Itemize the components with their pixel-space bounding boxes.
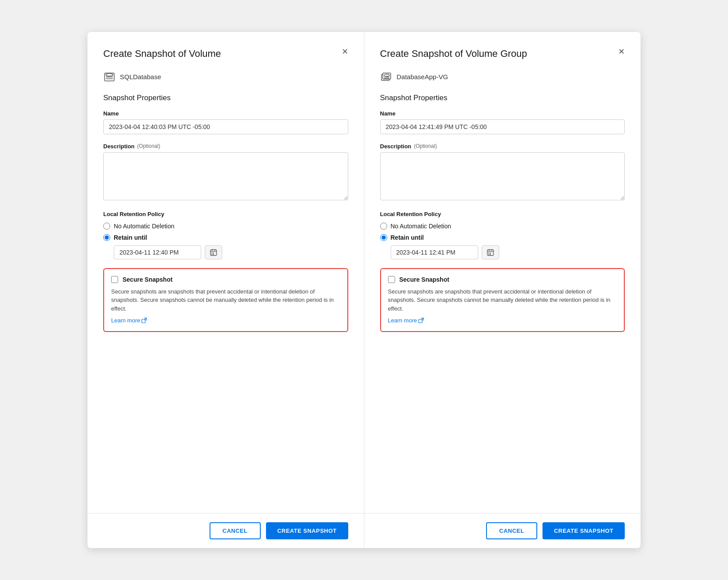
dialog-volume-no-deletion-option[interactable]: No Automatic Deletion <box>103 223 348 230</box>
dialog-volume-no-deletion-label: No Automatic Deletion <box>114 223 175 230</box>
dialog-volume-title: Create Snapshot of Volume <box>103 48 342 60</box>
dialog-volume-group-retain-until-label: Retain until <box>391 234 424 241</box>
dialog-volume-description-label: Description (Optional) <box>103 143 348 150</box>
dialog-volume-header: Create Snapshot of Volume ✕ <box>103 48 348 60</box>
dialog-volume-group-retention-section: Local Retention Policy No Automatic Dele… <box>380 211 625 259</box>
dialog-volume-group-date-row <box>391 245 625 259</box>
svg-rect-10 <box>212 254 213 255</box>
dialog-volume-resource-name: SQLDatabase <box>120 73 161 80</box>
dialog-volume-group-secure-snapshot-desc: Secure snapshots are snapshots that prev… <box>388 287 617 313</box>
calendar-icon <box>210 248 217 256</box>
dialog-volume-description-input[interactable] <box>103 152 348 200</box>
dialog-volume-resource-row: SQLDatabase <box>103 71 348 83</box>
dialog-volume-secure-snapshot-title: Secure Snapshot <box>122 276 172 283</box>
dialog-volume-group-resource-name: DatabaseApp-VG <box>397 73 448 80</box>
dialog-volume-secure-snapshot-desc: Secure snapshots are snapshots that prev… <box>111 287 340 313</box>
volume-group-icon <box>380 71 392 83</box>
dialog-volume-retain-until-option[interactable]: Retain until <box>103 234 348 241</box>
dialog-volume-learn-more-link[interactable]: Learn more <box>111 317 147 324</box>
dialog-volume-cancel-button[interactable]: CANCEL <box>210 522 261 539</box>
dialog-volume-group-description-group: Description (Optional) <box>380 143 625 202</box>
dialog-volume-group-secure-snapshot-title: Secure Snapshot <box>399 276 449 283</box>
svg-rect-24 <box>490 252 491 253</box>
svg-rect-11 <box>213 254 214 255</box>
dialog-volume-secure-snapshot-checkbox[interactable] <box>111 276 118 283</box>
dialog-volume-group-retention-title: Local Retention Policy <box>380 211 625 217</box>
dialog-volume-name-group: Name <box>103 110 348 134</box>
dialog-volume-group-retain-until-radio[interactable] <box>380 234 387 241</box>
dialog-volume-group-create-button[interactable]: CREATE SNAPSHOT <box>542 522 625 539</box>
svg-rect-23 <box>488 252 489 253</box>
dialog-volume-group-name-label: Name <box>380 110 625 117</box>
dialog-volume-group-name-input[interactable] <box>380 119 625 134</box>
dialog-volume-calendar-button[interactable] <box>205 245 222 259</box>
dialog-volume-group-description-input[interactable] <box>380 152 625 200</box>
dialog-volume-group-no-deletion-label: No Automatic Deletion <box>391 223 452 230</box>
svg-point-1 <box>106 73 113 76</box>
dialog-volume-retention-title: Local Retention Policy <box>103 211 348 217</box>
dialog-volume-group-footer: CANCEL CREATE SNAPSHOT <box>364 513 641 548</box>
dialog-volume-group-cancel-button[interactable]: CANCEL <box>486 522 537 539</box>
dialog-volume-date-row <box>114 245 348 259</box>
dialog-volume-close-button[interactable]: ✕ <box>342 48 348 56</box>
external-link-icon-2 <box>418 318 424 323</box>
external-link-icon <box>141 318 147 323</box>
dialog-volume-group-header: Create Snapshot of Volume Group ✕ <box>380 48 625 60</box>
dialog-volume-section-title: Snapshot Properties <box>103 94 348 102</box>
dialog-volume-name-input[interactable] <box>103 119 348 134</box>
dialog-volume-retain-until-radio[interactable] <box>103 234 110 241</box>
dialog-volume-description-group: Description (Optional) <box>103 143 348 202</box>
dialog-volume-create-button[interactable]: CREATE SNAPSHOT <box>266 522 348 539</box>
dialog-volume-group-learn-more-link[interactable]: Learn more <box>388 317 424 324</box>
dialog-volume-retain-until-label: Retain until <box>114 234 147 241</box>
dialog-volume-group-title: Create Snapshot of Volume Group <box>380 48 619 60</box>
dialog-volume-secure-snapshot-box: Secure Snapshot Secure snapshots are sna… <box>103 268 348 332</box>
dialog-volume-group-description-label: Description (Optional) <box>380 143 625 150</box>
dialog-volume-group-calendar-button[interactable] <box>482 245 499 259</box>
dialog-volume-group-secure-snapshot-checkbox[interactable] <box>388 276 395 283</box>
svg-rect-25 <box>488 254 489 255</box>
volume-icon <box>103 71 116 83</box>
calendar-icon-2 <box>486 248 494 256</box>
dialog-volume-name-label: Name <box>103 110 348 117</box>
dialog-volume-secure-snapshot-header: Secure Snapshot <box>111 276 340 283</box>
dialog-volume-group-resource-row: DatabaseApp-VG <box>380 71 625 83</box>
dialog-volume-date-input[interactable] <box>114 245 201 259</box>
dialog-volume-group: Create Snapshot of Volume Group ✕ Databa… <box>364 32 641 548</box>
dialogs-wrapper: Create Snapshot of Volume ✕ SQLDatabase … <box>88 32 640 548</box>
dialog-volume-group-no-deletion-radio[interactable] <box>380 223 387 230</box>
dialog-volume-group-retain-until-option[interactable]: Retain until <box>380 234 625 241</box>
svg-rect-9 <box>213 252 214 253</box>
dialog-volume: Create Snapshot of Volume ✕ SQLDatabase … <box>88 32 364 548</box>
dialog-volume-group-close-button[interactable]: ✕ <box>618 48 625 56</box>
dialog-volume-footer: CANCEL CREATE SNAPSHOT <box>88 513 364 548</box>
dialog-volume-group-section-title: Snapshot Properties <box>380 94 625 102</box>
svg-rect-8 <box>212 252 213 253</box>
dialog-volume-group-no-deletion-option[interactable]: No Automatic Deletion <box>380 223 625 230</box>
dialog-volume-group-name-group: Name <box>380 110 625 134</box>
svg-rect-26 <box>490 254 491 255</box>
dialog-volume-group-secure-snapshot-box: Secure Snapshot Secure snapshots are sna… <box>380 268 625 332</box>
dialog-volume-no-deletion-radio[interactable] <box>103 223 110 230</box>
dialog-volume-group-date-input[interactable] <box>391 245 478 259</box>
dialog-volume-group-secure-snapshot-header: Secure Snapshot <box>388 276 617 283</box>
dialog-volume-retention-section: Local Retention Policy No Automatic Dele… <box>103 211 348 259</box>
